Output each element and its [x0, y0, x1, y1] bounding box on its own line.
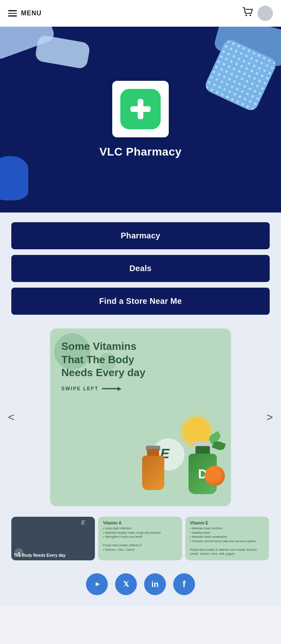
pharmacy-button[interactable]: Pharmacy [11, 222, 270, 249]
youtube-icon [92, 581, 101, 588]
svg-rect-5 [130, 106, 151, 112]
avatar-button[interactable] [258, 6, 273, 21]
svg-point-1 [250, 15, 251, 16]
thumbnail-strip: ● The Body Needs Every day E Vitamin A •… [0, 514, 281, 567]
x-icon: 𝕏 [123, 580, 129, 589]
youtube-button[interactable] [86, 573, 108, 595]
thumb-title-2: Vitamin A [101, 519, 179, 526]
cart-icon [242, 7, 254, 17]
menu-label: MENU [21, 10, 42, 17]
thumb-content-3: Vitamin E • Maintain brain function• Hea… [185, 517, 269, 560]
thumbnail-item-3[interactable]: Vitamin E • Maintain brain function• Hea… [185, 517, 269, 560]
swipe-text: SWIPE LEFT [61, 386, 99, 391]
play-icon: ● [15, 548, 23, 557]
thumb-e-letter: E [81, 519, 92, 530]
hero-title: VLC Pharmacy [99, 145, 182, 158]
linkedin-icon: in [151, 580, 159, 589]
orange-fruit-icon [205, 466, 225, 486]
chevron-right-icon: > [266, 411, 273, 424]
thumb-label-1: The Body Needs Every day [14, 553, 92, 558]
x-button[interactable]: 𝕏 [115, 573, 137, 595]
carousel-prev-button[interactable]: < [3, 409, 19, 425]
deals-button[interactable]: Deals [11, 255, 270, 282]
facebook-button[interactable]: f [173, 573, 195, 595]
hero-logo-container [112, 81, 169, 137]
carousel-next-button[interactable]: > [262, 409, 278, 425]
menu-button[interactable]: MENU [8, 10, 42, 17]
thumbnail-item-1[interactable]: ● The Body Needs Every day E [11, 517, 95, 560]
hamburger-icon [8, 10, 17, 17]
find-store-button[interactable]: Find a Store Near Me [11, 288, 270, 315]
vitamin-illustration: E D [138, 413, 227, 494]
chevron-left-icon: < [8, 411, 15, 424]
carousel-title: Some Vitamins That The Body Needs Every … [61, 340, 158, 379]
carousel-card: Some Vitamins That The Body Needs Every … [50, 328, 231, 506]
cross-icon [128, 97, 153, 121]
thumb-text-2: • Helps fight infection• Maintain health… [101, 526, 179, 553]
nav-buttons-section: Pharmacy Deals Find a Store Near Me [0, 213, 281, 324]
header: MENU [0, 0, 281, 27]
thumb-text-3: • Maintain brain function• Healthy heart… [188, 526, 266, 557]
swipe-label: SWIPE LEFT [61, 386, 220, 391]
cart-button[interactable] [242, 7, 254, 20]
hero-logo [120, 89, 161, 129]
carousel-wrapper: < Some Vitamins That The Body Needs Ever… [0, 328, 281, 506]
social-footer: 𝕏 in f [0, 567, 281, 606]
thumbnail-item-2[interactable]: Vitamin A • Helps fight infection• Maint… [98, 517, 182, 560]
hero-deco-bottle [0, 156, 28, 200]
facebook-icon: f [182, 579, 185, 589]
linkedin-button[interactable]: in [144, 573, 166, 595]
bottle-brown-body [142, 456, 164, 490]
carousel-section: < Some Vitamins That The Body Needs Ever… [0, 324, 281, 514]
hero-deco-2 [34, 34, 90, 69]
brown-bottle [142, 446, 166, 490]
swipe-arrow-icon [102, 387, 122, 391]
header-icons [242, 6, 273, 21]
thumb-title-3: Vitamin E [188, 519, 266, 526]
hero-section: VLC Pharmacy [0, 27, 281, 213]
thumb-content-2: Vitamin A • Helps fight infection• Maint… [98, 517, 182, 555]
svg-point-0 [245, 15, 247, 16]
